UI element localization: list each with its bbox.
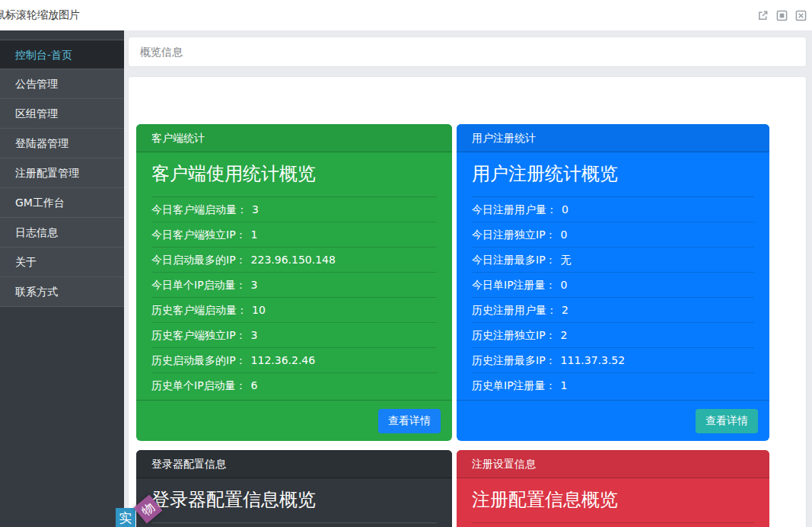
stat-row: 注册送金元宝：123456 — [472, 523, 754, 527]
sidebar-item-contact[interactable]: 联系方式 — [0, 277, 124, 307]
stat-label: 今日注册独立IP： — [472, 228, 556, 241]
card-title: 用户注册统计概览 — [472, 152, 754, 197]
stat-label: 历史注册最多IP： — [472, 354, 556, 366]
card-body: 注册配置信息概览 注册送金元宝：123456 注册送银元宝：12346 — [457, 478, 769, 527]
stat-row: 今日单IP注册量：0 — [472, 273, 754, 298]
stat-row: 今日客户端独立IP：1 — [151, 222, 437, 248]
stat-row: 区组数量：1 — [151, 523, 437, 527]
card-footer: 查看详情 — [457, 400, 769, 441]
stat-row: 历史单IP注册量：1 — [472, 373, 754, 398]
floating-badge-shi[interactable]: 实 — [116, 508, 135, 527]
stat-label: 今日客户端独立IP： — [151, 228, 247, 241]
zoomed-image[interactable]: 控制台-首页 公告管理 区组管理 登陆器管理 注册配置管理 GM工作台 日志信息… — [0, 30, 812, 527]
stat-label: 历史单IP注册量： — [472, 379, 556, 391]
stat-label: 今日单IP注册量： — [472, 279, 556, 291]
restore-window-icon[interactable] — [776, 10, 788, 21]
stat-value: 112.36.2.46 — [251, 354, 316, 366]
stat-label: 今日单个IP启动量： — [151, 279, 247, 291]
sidebar-item-register-config[interactable]: 注册配置管理 — [0, 158, 124, 188]
stat-value: 111.37.3.52 — [561, 354, 626, 366]
card-body: 登录器配置信息概览 区组数量：1 公告数量：1 — [136, 478, 452, 527]
page-header: 概览信息 — [128, 37, 807, 67]
stat-row: 今日注册独立IP：0 — [472, 222, 754, 248]
card-title: 登录器配置信息概览 — [151, 478, 437, 523]
card-register-config: 注册设置信息 注册配置信息概览 注册送金元宝：123456 注册送银元宝：123… — [457, 450, 769, 527]
stat-label: 历史单个IP启动量： — [151, 379, 247, 391]
card-body: 用户注册统计概览 今日注册用户量：0 今日注册独立IP：0 今日注册最多IP：无… — [457, 152, 769, 398]
stat-value: 2 — [562, 304, 568, 316]
stat-value: 3 — [251, 279, 258, 291]
stat-value: 1 — [251, 228, 258, 241]
sidebar-item-announcements[interactable]: 公告管理 — [0, 69, 124, 99]
stat-label: 今日注册最多IP： — [472, 254, 556, 266]
close-icon[interactable] — [795, 10, 807, 21]
sidebar-item-zone-groups[interactable]: 区组管理 — [0, 99, 124, 129]
card-title: 客户端使用统计概览 — [151, 152, 437, 197]
stat-row: 今日注册最多IP：无 — [472, 248, 754, 273]
stat-row: 今日启动最多的IP：223.96.150.148 — [151, 248, 437, 273]
window-controls — [757, 10, 807, 21]
stat-label: 历史注册独立IP： — [472, 329, 556, 341]
open-in-new-window-icon[interactable] — [757, 10, 769, 21]
stat-label: 今日启动最多的IP： — [151, 254, 247, 266]
viewer-caption: 鼠标滚轮缩放图片 — [0, 8, 80, 22]
card-body: 客户端使用统计概览 今日客户端启动量：3 今日客户端独立IP：1 今日启动最多的… — [136, 152, 452, 398]
stat-value: 6 — [251, 379, 258, 391]
stat-row: 历史注册用户量：2 — [472, 298, 754, 323]
sidebar-item-console-home[interactable]: 控制台-首页 — [0, 40, 124, 69]
stat-label: 历史客户端启动量： — [151, 304, 247, 316]
card-title: 注册配置信息概览 — [472, 478, 754, 523]
stat-row: 历史注册独立IP：2 — [472, 323, 754, 348]
stat-row: 历史启动最多的IP：112.36.2.46 — [151, 348, 437, 373]
page-title: 概览信息 — [140, 46, 183, 58]
card-header: 注册设置信息 — [457, 450, 769, 478]
stat-row: 今日客户端启动量：3 — [151, 197, 437, 222]
sidebar-item-logs[interactable]: 日志信息 — [0, 218, 124, 248]
stat-value: 3 — [251, 329, 258, 341]
sidebar: 控制台-首页 公告管理 区组管理 登陆器管理 注册配置管理 GM工作台 日志信息… — [0, 30, 124, 527]
stat-row: 今日单个IP启动量：3 — [151, 273, 437, 298]
stat-label: 今日客户端启动量： — [151, 203, 247, 216]
sidebar-item-gm-workbench[interactable]: GM工作台 — [0, 188, 124, 218]
card-launcher-config: 登录器配置信息 登录器配置信息概览 区组数量：1 公告数量：1 — [136, 450, 452, 527]
card-header: 用户注册统计 — [457, 124, 769, 152]
content-panel: 客户端统计 客户端使用统计概览 今日客户端启动量：3 今日客户端独立IP：1 今… — [128, 76, 807, 527]
viewer-toolbar: 鼠标滚轮缩放图片 — [0, 0, 812, 30]
stat-value: 0 — [561, 228, 568, 241]
stat-row: 今日注册用户量：0 — [472, 197, 754, 222]
stat-label: 历史启动最多的IP： — [151, 354, 247, 366]
stat-label: 历史客户端独立IP： — [151, 329, 247, 341]
stat-value: 2 — [561, 329, 568, 341]
card-client-stats: 客户端统计 客户端使用统计概览 今日客户端启动量：3 今日客户端独立IP：1 今… — [136, 124, 452, 441]
stat-row: 历史注册最多IP：111.37.3.52 — [472, 348, 754, 373]
card-register-stats: 用户注册统计 用户注册统计概览 今日注册用户量：0 今日注册独立IP：0 今日注… — [457, 124, 769, 441]
stat-value: 0 — [562, 203, 568, 216]
stat-value: 223.96.150.148 — [251, 254, 336, 266]
card-footer: 查看详情 — [136, 400, 452, 441]
stat-row: 历史客户端启动量：10 — [151, 298, 437, 323]
stat-row: 历史单个IP启动量：6 — [151, 373, 437, 398]
card-header: 客户端统计 — [136, 124, 452, 152]
stat-value: 无 — [561, 254, 572, 266]
stat-value: 0 — [561, 279, 568, 291]
stat-row: 历史客户端独立IP：3 — [151, 323, 437, 348]
card-header: 登录器配置信息 — [136, 450, 452, 478]
sidebar-menu: 控制台-首页 公告管理 区组管理 登陆器管理 注册配置管理 GM工作台 日志信息… — [0, 40, 124, 307]
stat-value: 10 — [252, 304, 266, 316]
sidebar-item-launcher[interactable]: 登陆器管理 — [0, 129, 124, 158]
view-details-button[interactable]: 查看详情 — [696, 409, 758, 433]
stat-value: 1 — [561, 379, 568, 391]
sidebar-item-about[interactable]: 关于 — [0, 248, 124, 277]
stat-label: 历史注册用户量： — [472, 304, 557, 316]
stat-label: 今日注册用户量： — [472, 203, 557, 216]
view-details-button[interactable]: 查看详情 — [378, 409, 441, 433]
stat-value: 3 — [252, 203, 259, 216]
